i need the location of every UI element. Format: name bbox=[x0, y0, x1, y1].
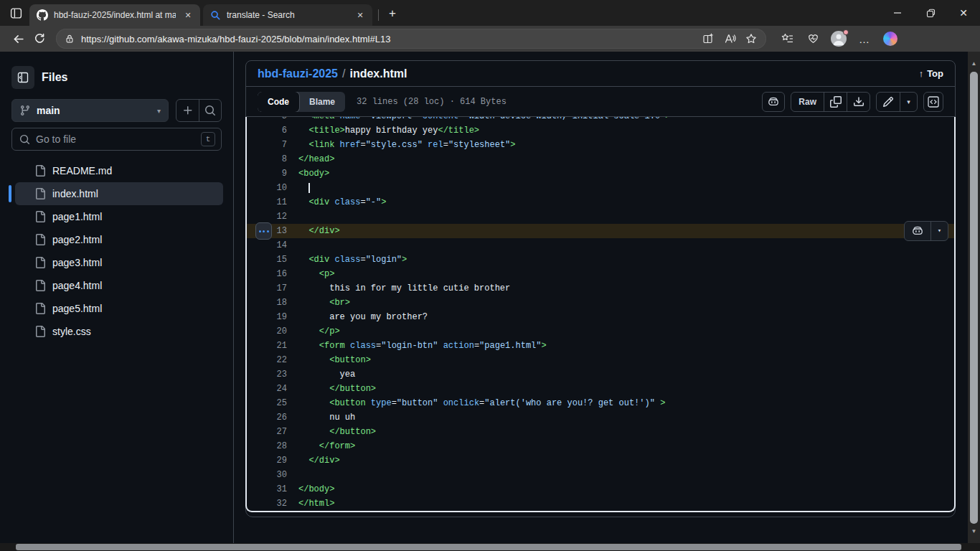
line-number[interactable]: 11 bbox=[247, 195, 287, 209]
download-button[interactable] bbox=[847, 93, 870, 111]
tab-actions-button[interactable] bbox=[6, 4, 25, 22]
code-text[interactable]: <div class="-"> bbox=[287, 195, 954, 209]
line-number[interactable]: 19 bbox=[247, 310, 287, 324]
line-number[interactable]: 17 bbox=[247, 281, 287, 296]
code-text[interactable]: nu uh bbox=[287, 410, 954, 425]
line-number[interactable]: 24 bbox=[247, 382, 287, 396]
address-bar[interactable]: https://github.com/akawa-mizuka/hbd-fauz… bbox=[56, 29, 766, 49]
code-text[interactable]: <link href="style.css" rel="stylesheet"> bbox=[287, 138, 954, 152]
tab-github[interactable]: hbd-fauzi-2025/index.html at mai ✕ bbox=[29, 4, 200, 26]
code-view[interactable]: 5 <meta name="viewport" content="width=d… bbox=[245, 117, 956, 512]
line-number[interactable]: 20 bbox=[247, 324, 287, 339]
line-number[interactable]: 32 bbox=[247, 496, 287, 511]
code-text[interactable] bbox=[287, 468, 954, 482]
refresh-button[interactable] bbox=[29, 29, 50, 49]
code-text[interactable] bbox=[287, 238, 954, 253]
code-text[interactable]: </head> bbox=[287, 152, 954, 166]
code-text[interactable]: <body> bbox=[287, 166, 954, 181]
code-text[interactable]: <button type="button" onclick="alert('wh… bbox=[287, 396, 954, 410]
back-button[interactable] bbox=[7, 29, 29, 49]
code-text[interactable] bbox=[287, 209, 954, 224]
code-text[interactable]: </html> bbox=[287, 496, 954, 511]
maximize-button[interactable] bbox=[914, 0, 947, 26]
line-number[interactable]: 28 bbox=[247, 439, 287, 453]
line-number[interactable]: 5 bbox=[247, 117, 287, 123]
file-row[interactable]: style.css bbox=[11, 320, 222, 343]
line-number[interactable]: 31 bbox=[247, 482, 287, 496]
tab-close-button[interactable]: ✕ bbox=[354, 9, 367, 22]
code-text[interactable] bbox=[287, 181, 954, 195]
collapse-file-tree-button[interactable] bbox=[11, 66, 34, 89]
favorite-star-button[interactable] bbox=[740, 29, 762, 48]
h-scroll-thumb[interactable] bbox=[16, 544, 961, 550]
tab-blame[interactable]: Blame bbox=[299, 92, 345, 112]
line-menu-button[interactable] bbox=[255, 222, 272, 240]
code-text[interactable]: </div> bbox=[287, 453, 954, 468]
v-scrollbar[interactable]: ▲ ▼ bbox=[968, 52, 980, 543]
code-text[interactable]: <form class="login-btn" action="page1.ht… bbox=[287, 339, 954, 353]
branch-selector[interactable]: main ▾ bbox=[11, 99, 169, 122]
favorites-button[interactable] bbox=[776, 29, 798, 49]
minimize-button[interactable] bbox=[881, 0, 914, 26]
h-scrollbar[interactable] bbox=[0, 543, 980, 551]
top-link[interactable]: ↑ Top bbox=[919, 68, 943, 79]
line-number[interactable]: 23 bbox=[247, 367, 287, 382]
file-row[interactable]: page5.html bbox=[11, 297, 222, 320]
code-text[interactable]: <p> bbox=[287, 267, 954, 281]
copilot-button[interactable] bbox=[880, 29, 901, 49]
tab-close-button[interactable]: ✕ bbox=[182, 9, 194, 22]
scroll-down-arrow[interactable]: ▼ bbox=[968, 524, 980, 538]
line-number[interactable]: 10 bbox=[247, 181, 287, 195]
code-text[interactable]: </button> bbox=[287, 425, 954, 439]
symbols-button[interactable] bbox=[923, 92, 943, 112]
file-row[interactable]: README.md bbox=[11, 159, 222, 182]
split-screen-button[interactable] bbox=[697, 29, 719, 48]
v-scroll-thumb[interactable] bbox=[970, 72, 978, 524]
file-row[interactable]: page2.html bbox=[11, 228, 222, 251]
line-number[interactable]: 26 bbox=[247, 410, 287, 425]
code-text[interactable]: </button> bbox=[287, 382, 954, 396]
copy-button[interactable] bbox=[824, 93, 847, 111]
file-row[interactable]: page4.html bbox=[11, 274, 222, 297]
scroll-up-arrow[interactable]: ▲ bbox=[968, 56, 980, 70]
line-number[interactable]: 25 bbox=[247, 396, 287, 410]
line-number[interactable]: 29 bbox=[247, 453, 287, 468]
line-number[interactable]: 12 bbox=[247, 209, 287, 224]
edit-button[interactable] bbox=[877, 93, 900, 111]
code-text[interactable]: </div> bbox=[287, 224, 954, 238]
line-number[interactable]: 21 bbox=[247, 339, 287, 353]
line-number[interactable]: 30 bbox=[247, 468, 287, 482]
code-text[interactable]: </form> bbox=[287, 439, 954, 453]
line-number[interactable]: 18 bbox=[247, 296, 287, 310]
code-text[interactable]: yea bbox=[287, 367, 954, 382]
line-number[interactable]: 16 bbox=[247, 267, 287, 281]
repo-link[interactable]: hbd-fauzi-2025 bbox=[258, 67, 338, 80]
code-text[interactable]: </p> bbox=[287, 324, 954, 339]
code-text[interactable]: <br> bbox=[287, 296, 954, 310]
read-aloud-button[interactable] bbox=[719, 29, 740, 48]
close-window-button[interactable]: ✕ bbox=[947, 0, 980, 26]
more-button[interactable]: … bbox=[854, 29, 875, 49]
code-text[interactable]: this in for my little cutie brother bbox=[287, 281, 954, 296]
code-text[interactable]: </body> bbox=[287, 482, 954, 496]
code-text[interactable]: <button> bbox=[287, 353, 954, 367]
code-text[interactable]: <div class="login"> bbox=[287, 253, 954, 267]
tab-code[interactable]: Code bbox=[258, 92, 299, 112]
line-number[interactable]: 8 bbox=[247, 152, 287, 166]
file-row[interactable]: index.html bbox=[11, 182, 222, 205]
raw-button[interactable]: Raw bbox=[791, 93, 824, 111]
line-number[interactable]: 14 bbox=[247, 238, 287, 253]
browser-essentials-button[interactable] bbox=[802, 29, 824, 49]
new-tab-button[interactable]: + bbox=[383, 4, 402, 23]
add-file-button[interactable] bbox=[176, 100, 199, 121]
line-number[interactable]: 9 bbox=[247, 166, 287, 181]
edit-dropdown-button[interactable]: ▾ bbox=[900, 93, 917, 111]
line-copilot-button[interactable]: ▾ bbox=[904, 221, 948, 241]
code-text[interactable]: <meta name="viewport" content="width=dev… bbox=[287, 117, 954, 123]
line-number[interactable]: 27 bbox=[247, 425, 287, 439]
line-number[interactable]: 15 bbox=[247, 253, 287, 267]
code-text[interactable]: are you my brother? bbox=[287, 310, 954, 324]
line-number[interactable]: 6 bbox=[247, 123, 287, 138]
code-text[interactable]: <title>happy birthday yey</title> bbox=[287, 123, 954, 138]
file-row[interactable]: page3.html bbox=[11, 251, 222, 274]
